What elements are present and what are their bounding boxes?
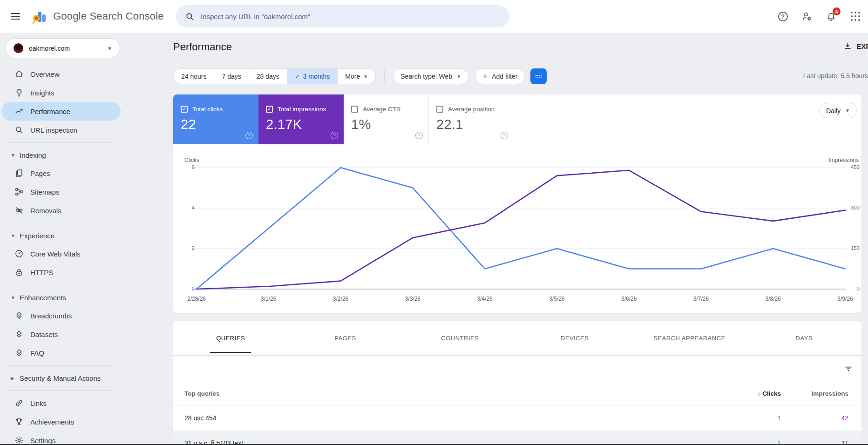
sidebar-item-links[interactable]: Links [0, 394, 121, 412]
apps-grid-icon[interactable] [849, 10, 861, 22]
chevron-down-icon: ▼ [11, 295, 15, 300]
line-chart[interactable]: Clicks Impressions 642045030015002/28/26… [173, 144, 861, 313]
chart-canvas [173, 144, 861, 313]
help-icon[interactable]: ? [415, 132, 423, 139]
sidebar-item-pages[interactable]: Pages [0, 164, 121, 182]
search-type-filter[interactable]: Search type: Web▼ [393, 68, 468, 84]
speedometer-icon [14, 249, 24, 258]
sidebar-item-insights[interactable]: Insights [0, 83, 121, 102]
metric-total-impressions[interactable]: ✓Total impressions 2.17K ? [258, 94, 344, 144]
rich-result-icon [14, 330, 24, 339]
chevron-down-icon: ▼ [11, 153, 15, 158]
range-more[interactable]: More▼ [337, 69, 375, 84]
table-row[interactable]: 31 u.s.c. § 5103 text 1 11 [173, 431, 861, 445]
product-name: Google Search Console [53, 10, 164, 22]
checkbox-unchecked-icon[interactable] [351, 106, 358, 113]
link-icon [14, 398, 24, 408]
rich-result-icon [14, 311, 24, 320]
table-row[interactable]: 28 usc 454 1 42 [173, 405, 861, 431]
sidebar-item-faq[interactable]: FAQ [0, 344, 121, 362]
property-name: oakmorel.com [29, 45, 102, 52]
sidebar-section-experience[interactable]: ▼ Experience [0, 227, 144, 244]
tab-queries[interactable]: QUERIES [173, 321, 288, 355]
performance-chart-card: ✓Total clicks 22 ? ✓Total impressions 2.… [173, 94, 861, 313]
column-clicks[interactable]: ↓Clicks [711, 390, 781, 397]
help-icon[interactable]: ? [245, 132, 253, 139]
table-toolbar [173, 356, 861, 382]
notifications-icon[interactable]: 4 [825, 10, 837, 22]
sidebar-item-settings[interactable]: Settings [0, 431, 121, 445]
metric-average-position[interactable]: Average position 22.1 ? [429, 94, 514, 144]
checkbox-checked-icon[interactable]: ✓ [266, 106, 273, 113]
sidebar-section-security[interactable]: ▶ Security & Manual Actions [0, 369, 144, 387]
search-icon [14, 125, 24, 135]
sidebar-item-performance[interactable]: Performance [1, 102, 121, 121]
query-text: 28 usc 454 [184, 414, 711, 422]
sidebar-item-core-web-vitals[interactable]: Core Web Vitals [0, 244, 121, 263]
checkbox-unchecked-icon[interactable] [436, 106, 443, 113]
help-icon[interactable]: ? [501, 132, 508, 139]
metric-cards: ✓Total clicks 22 ? ✓Total impressions 2.… [173, 94, 861, 144]
range-7-days[interactable]: 7 days [214, 69, 248, 84]
app-logo[interactable]: Google Search Console [31, 8, 164, 25]
column-top-queries[interactable]: Top queries [184, 390, 711, 397]
axis-tick-label: 150 [846, 245, 860, 251]
range-24-hours[interactable]: 24 hours [174, 69, 214, 84]
sidebar-item-https[interactable]: HTTPS [0, 263, 121, 282]
chevron-right-icon: ▶ [11, 376, 15, 381]
checkbox-checked-icon[interactable]: ✓ [181, 106, 188, 113]
filter-list-icon[interactable] [844, 364, 853, 373]
axis-tick-label: 0 [846, 286, 860, 291]
manage-users-icon[interactable] [801, 10, 813, 22]
property-selector[interactable]: oakmorel.com ▼ [6, 38, 120, 58]
chevron-down-icon: ▼ [845, 108, 850, 113]
sidebar-item-removals[interactable]: Removals [0, 201, 121, 220]
sidebar-item-url-inspection[interactable]: URL inspection [0, 121, 121, 139]
export-button[interactable]: EXPORT [843, 42, 868, 51]
sidebar-item-breadcrumbs[interactable]: Breadcrumbs [0, 306, 121, 325]
granularity-select[interactable]: Daily▼ [819, 103, 857, 118]
tab-pages[interactable]: PAGES [288, 321, 402, 355]
add-filter-button[interactable]: +Add filter [475, 68, 525, 84]
metric-total-clicks[interactable]: ✓Total clicks 22 ? [173, 94, 258, 144]
tab-days[interactable]: DAYS [747, 321, 861, 355]
sidebar-section-indexing[interactable]: ▼ Indexing [0, 146, 144, 164]
top-app-bar: Google Search Console Inspect any URL in… [0, 0, 868, 33]
impressions-value: 42 [781, 414, 848, 422]
help-icon[interactable]: ? [331, 132, 338, 139]
menu-icon[interactable] [6, 7, 25, 26]
metric-average-ctr[interactable]: Average CTR 1% ? [344, 94, 429, 144]
metric-value: 22 [181, 117, 252, 132]
page-header: Performance EXPORT [144, 33, 868, 61]
column-impressions[interactable]: Impressions [781, 390, 848, 397]
date-tick-label: 3/1/26 [261, 296, 276, 302]
help-icon[interactable]: ? [777, 10, 789, 22]
chevron-down-icon: ▼ [11, 233, 15, 238]
tab-devices[interactable]: DEVICES [517, 321, 632, 355]
sidebar-item-achievements[interactable]: Achievements [0, 412, 121, 431]
chevron-down-icon: ▼ [107, 46, 112, 51]
tab-search-appearance[interactable]: SEARCH APPEARANCE [632, 321, 746, 355]
notification-badge: 4 [833, 7, 841, 15]
sidebar-section-enhancements[interactable]: ▼ Enhancements [0, 289, 144, 306]
check-icon: ✓ [295, 73, 300, 80]
sidebar-item-sitemaps[interactable]: Sitemaps [0, 182, 121, 201]
date-tick-label: 3/3/26 [405, 296, 420, 302]
divider [5, 390, 115, 391]
clicks-line [197, 168, 845, 289]
rich-result-icon [14, 348, 24, 357]
sidebar-item-datasets[interactable]: Datasets [0, 325, 121, 344]
url-inspect-search[interactable]: Inspect any URL in "oakmorel.com" [176, 5, 509, 27]
page-title: Performance [173, 41, 232, 53]
tab-countries[interactable]: COUNTRIES [403, 321, 517, 355]
range-3-months[interactable]: ✓3 months [287, 69, 338, 84]
search-console-logo-icon [31, 8, 47, 25]
date-tick-label: 3/6/26 [621, 296, 637, 302]
sidebar-item-overview[interactable]: Overview [0, 65, 121, 83]
divider [5, 142, 115, 143]
range-28-days[interactable]: 28 days [249, 69, 287, 84]
plus-icon: + [482, 72, 488, 81]
filter-settings-button[interactable] [530, 68, 547, 84]
topbar-actions: ? 4 [777, 0, 861, 33]
axis-tick-label: 300 [846, 205, 860, 210]
